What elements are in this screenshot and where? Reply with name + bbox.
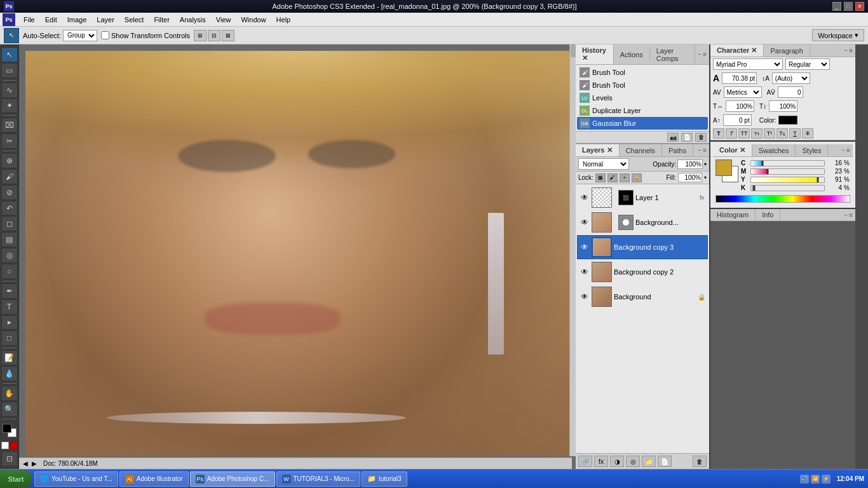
c-slider-track[interactable] (750, 160, 825, 166)
path-selection-tool[interactable]: ▸ (1, 315, 18, 330)
tab-paths[interactable]: Paths (662, 145, 693, 156)
strikethrough-btn[interactable]: T (802, 128, 813, 139)
kerning-input[interactable] (778, 86, 803, 98)
align-right-btn[interactable]: ⊠ (222, 30, 234, 41)
layer-item-bg-copy2[interactable]: 👁 Background copy 2 (577, 260, 708, 284)
vscale-input[interactable] (769, 100, 797, 112)
history-item-1[interactable]: 🖌 Brush Tool (577, 66, 708, 79)
canvas-vscroll[interactable] (569, 44, 576, 456)
color-menu-icon[interactable]: ≡ (846, 147, 850, 154)
history-item-4[interactable]: DL Duplicate Layer (577, 104, 708, 117)
crop-tool[interactable]: ⌧ (1, 118, 18, 133)
color-spectrum-bar[interactable] (715, 195, 850, 203)
menu-window[interactable]: Window (236, 15, 270, 25)
taskbar-item-word[interactable]: W TUTORIAL3 - Micro... (276, 471, 361, 487)
tab-history[interactable]: History ✕ (576, 44, 614, 64)
hscale-input[interactable] (726, 100, 754, 112)
layer-mask-btn[interactable]: ◑ (610, 456, 624, 467)
menu-layer[interactable]: Layer (92, 15, 119, 25)
lasso-tool[interactable]: ∿ (1, 83, 18, 98)
new-layer-btn[interactable]: 📄 (658, 456, 672, 467)
tab-paragraph[interactable]: Paragraph (764, 45, 810, 57)
taskbar-item-file[interactable]: 📁 tutorial3 (362, 471, 407, 487)
adjustment-layer-btn[interactable]: ◎ (626, 456, 640, 467)
subscript-btn[interactable]: T₁ (776, 128, 788, 139)
move-tool[interactable]: ↖ (1, 47, 18, 62)
dodge-tool[interactable]: ○ (1, 264, 18, 279)
font-family-select[interactable]: Myriad Pro (713, 58, 783, 70)
superscript-btn[interactable]: T¹ (764, 128, 775, 139)
blend-mode-select[interactable]: Normal Multiply Screen Overlay (578, 158, 629, 170)
tab-color[interactable]: Color ✕ (713, 144, 752, 156)
layer-eye-background[interactable]: 👁 (580, 292, 590, 302)
align-left-btn[interactable]: ⊞ (194, 30, 207, 41)
k-slider-track[interactable] (750, 185, 825, 191)
workspace-button[interactable]: Workspace ▾ (812, 29, 864, 41)
brush-tool[interactable]: 🖌 (1, 169, 18, 184)
opacity-arrow-icon[interactable]: ▾ (704, 161, 707, 167)
menu-select[interactable]: Select (120, 15, 149, 25)
menu-image[interactable]: Image (63, 15, 92, 25)
start-button[interactable]: Start (0, 470, 32, 488)
autoselect-select[interactable]: Group Layer (63, 30, 97, 41)
blur-tool[interactable]: ◎ (1, 248, 18, 263)
lock-all-btn[interactable]: 🔒 (632, 173, 642, 182)
restore-button[interactable]: □ (844, 2, 853, 11)
taskbar-item-photoshop[interactable]: Ps Adobe Photoshop C... (190, 471, 275, 487)
fg-swatch[interactable] (715, 159, 732, 176)
hand-tool[interactable]: ✋ (1, 386, 18, 401)
shape-tool[interactable]: □ (1, 330, 18, 346)
canvas-area[interactable] (19, 44, 576, 469)
layers-collapse-icon[interactable]: − (698, 147, 702, 154)
fill-arrow-icon[interactable]: ▾ (704, 175, 707, 180)
gradient-tool[interactable]: ▤ (1, 232, 18, 247)
magic-wand-tool[interactable]: ✦ (1, 98, 18, 114)
menu-file[interactable]: File (19, 15, 39, 25)
link-layers-btn[interactable]: 🔗 (578, 456, 592, 467)
delete-history-btn[interactable]: 🗑 (695, 133, 707, 142)
screen-mode-btn[interactable]: ⊡ (1, 451, 18, 466)
mask-mode-icon[interactable] (10, 442, 18, 449)
zoom-tool[interactable]: 🔍 (1, 402, 18, 417)
canvas-nav-left[interactable]: ◀ (23, 460, 28, 467)
tab-channels[interactable]: Channels (620, 145, 662, 156)
opacity-input[interactable] (677, 159, 703, 169)
panel-collapse-icon[interactable]: − (698, 51, 702, 58)
color-boxes[interactable] (1, 423, 18, 439)
allcaps-btn[interactable]: TT (738, 128, 750, 139)
lock-transparent-btn[interactable]: ▦ (595, 173, 606, 182)
font-size-input[interactable] (722, 72, 757, 84)
smallcaps-btn[interactable]: Tт (751, 128, 763, 139)
tray-icon-3[interactable]: ⚡ (822, 475, 831, 484)
window-controls[interactable]: _ □ ✕ (832, 2, 864, 11)
tab-styles[interactable]: Styles (796, 145, 828, 156)
history-item-5[interactable]: GB Gaussian Blur (577, 117, 708, 130)
align-center-btn[interactable]: ⊟ (208, 30, 220, 41)
minimize-button[interactable]: _ (832, 2, 841, 11)
pen-tool[interactable]: ✒ (1, 283, 18, 299)
m-slider-track[interactable] (750, 168, 825, 175)
tab-layers[interactable]: Layers ✕ (576, 144, 620, 156)
lock-image-btn[interactable]: 🖌 (607, 173, 618, 182)
char-collapse-icon[interactable]: − (844, 47, 848, 54)
stamp-tool[interactable]: ⊘ (1, 185, 18, 200)
eyedropper-tool[interactable]: 💧 (1, 366, 18, 381)
notes-tool[interactable]: 📝 (1, 350, 18, 365)
tab-swatches[interactable]: Swatches (752, 145, 796, 156)
group-layers-btn[interactable]: 📁 (642, 456, 656, 467)
italic-btn[interactable]: T (726, 128, 737, 139)
layers-menu-icon[interactable]: ≡ (703, 147, 707, 154)
layer-eye-layer1[interactable]: 👁 (580, 193, 590, 203)
color-collapse-icon[interactable]: − (841, 147, 845, 154)
extra-menu-icon[interactable]: ≡ (849, 212, 853, 219)
menu-analysis[interactable]: Analysis (175, 15, 210, 25)
layer-item-background[interactable]: 👁 Background 🔒 (577, 285, 708, 309)
tab-actions[interactable]: Actions (614, 49, 650, 60)
new-snapshot-btn[interactable]: 📷 (667, 133, 679, 142)
layer-eye-bg-masked[interactable]: 👁 (580, 217, 590, 227)
tray-icon-2[interactable]: 📶 (811, 475, 820, 484)
panel-menu-icon[interactable]: ≡ (703, 51, 707, 58)
leading-select[interactable]: (Auto) (772, 72, 810, 84)
menu-edit[interactable]: Edit (41, 15, 62, 25)
slice-tool[interactable]: ✂ (1, 133, 18, 149)
